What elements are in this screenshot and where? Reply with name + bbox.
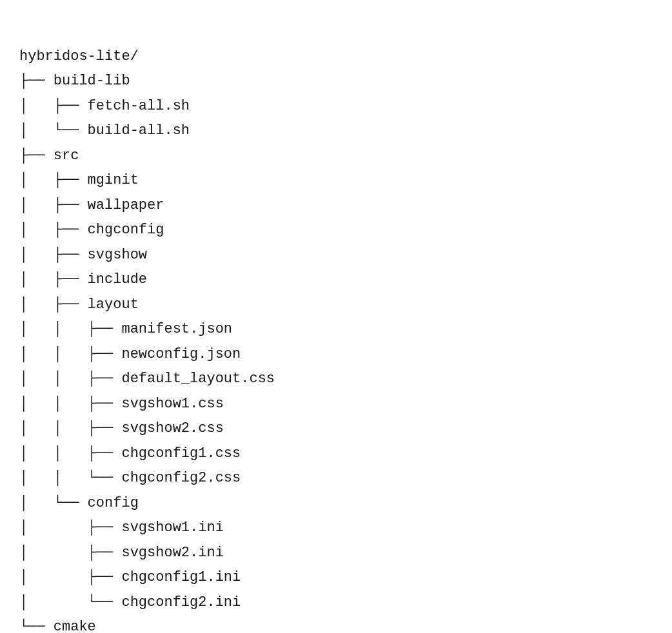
tree-line: │ ├── fetch-all.sh	[19, 94, 653, 119]
tree-line: │ │ └── chgconfig2.css	[19, 466, 653, 491]
tree-line: │ ├── chgconfig1.ini	[19, 565, 653, 590]
tree-line: │ ├── svgshow1.ini	[19, 516, 653, 541]
tree-line: │ └── build-all.sh	[19, 119, 653, 144]
tree-line: │ ├── svgshow	[19, 243, 653, 268]
tree-line: │ │ ├── manifest.json	[19, 317, 653, 342]
tree-line: │ │ ├── chgconfig1.css	[19, 442, 653, 467]
tree-line: │ └── chgconfig2.ini	[19, 590, 653, 616]
tree-line: │ ├── mginit	[19, 168, 653, 193]
tree-line: │ └── config	[19, 491, 653, 516]
tree-line: │ │ ├── svgshow1.css	[19, 392, 653, 417]
file-tree: hybridos-lite/├── build-lib│ ├── fetch-a…	[19, 19, 653, 633]
tree-line: ├── build-lib	[19, 69, 653, 94]
tree-line: │ ├── layout	[19, 293, 653, 318]
tree-line: │ │ ├── svgshow2.css	[19, 416, 653, 442]
tree-line: │ ├── wallpaper	[19, 193, 653, 219]
tree-line: │ ├── svgshow2.ini	[19, 541, 653, 566]
tree-line: │ │ ├── default_layout.css	[19, 367, 653, 392]
tree-line: │ ├── chgconfig	[19, 218, 653, 243]
tree-line: hybridos-lite/	[19, 44, 653, 70]
tree-line: └── cmake	[19, 615, 653, 633]
tree-line: │ │ ├── newconfig.json	[19, 342, 653, 367]
tree-line: │ ├── include	[19, 268, 653, 293]
tree-line: ├── src	[19, 144, 653, 169]
